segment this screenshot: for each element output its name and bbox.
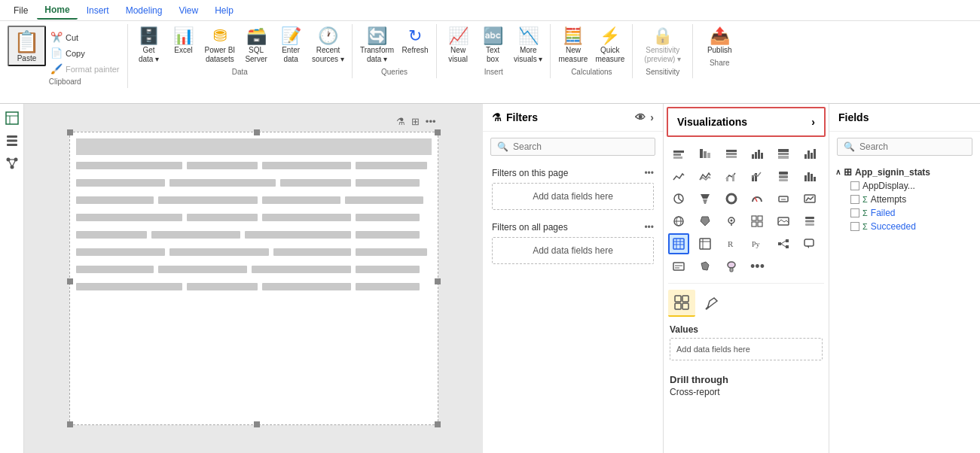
add-fields-all-pages[interactable]: Add data fields here xyxy=(492,237,654,264)
menu-insert[interactable]: Insert xyxy=(79,2,117,19)
quick-measure-button[interactable]: ⚡ Quickmeasure xyxy=(592,26,627,66)
viz-card[interactable] xyxy=(773,188,794,209)
viz-scatter[interactable] xyxy=(799,166,820,187)
canvas-fit-button[interactable]: ⊞ xyxy=(410,114,421,129)
fields-field-row-2[interactable]: Σ Failed xyxy=(847,206,974,220)
fields-checkbox-3[interactable] xyxy=(850,222,859,231)
viz-table[interactable] xyxy=(668,233,689,254)
viz-stacked-bar[interactable] xyxy=(668,143,689,164)
fields-search-box[interactable]: 🔍 xyxy=(837,138,972,156)
viz-area2[interactable] xyxy=(695,166,716,187)
resize-handle-b[interactable] xyxy=(254,421,260,427)
filters-search-box[interactable]: 🔍 xyxy=(490,138,655,156)
viz-image[interactable] xyxy=(773,211,794,232)
viz-decomp-tree[interactable] xyxy=(773,233,794,254)
paste-button[interactable]: 📋 Paste xyxy=(8,26,46,66)
fields-table-header[interactable]: ∧ ⊞ App_signin_stats xyxy=(835,165,974,179)
power-bi-button[interactable]: ⛃ Power BIdatasets xyxy=(202,26,239,66)
viz-paint[interactable] xyxy=(721,256,742,277)
viz-build-button[interactable] xyxy=(668,290,695,317)
viz-q-and-a[interactable] xyxy=(799,233,820,254)
viz-slicer[interactable] xyxy=(799,211,820,232)
filters-all-pages-more[interactable]: ••• xyxy=(644,222,654,233)
cut-button[interactable]: ✂️ Cut xyxy=(47,30,123,44)
viz-gauge[interactable] xyxy=(746,188,768,209)
viz-combo[interactable] xyxy=(746,166,768,187)
resize-handle-br[interactable] xyxy=(435,421,441,427)
viz-format-button[interactable] xyxy=(698,290,725,317)
viz-funnel[interactable] xyxy=(695,188,716,209)
fields-checkbox-2[interactable] xyxy=(850,208,859,217)
fields-checkbox-0[interactable] xyxy=(850,181,859,190)
viz-map[interactable] xyxy=(668,211,689,232)
viz-bar-chart[interactable] xyxy=(746,143,768,164)
sidebar-icon-data[interactable] xyxy=(2,131,22,150)
resize-handle-r[interactable] xyxy=(435,278,441,284)
canvas-filter-button[interactable]: ⚗ xyxy=(395,114,407,129)
viz-area-chart[interactable] xyxy=(668,166,689,187)
viz-pie[interactable] xyxy=(668,188,689,209)
add-fields-this-page[interactable]: Add data fields here xyxy=(492,183,654,210)
excel-button[interactable]: 📊 Excel xyxy=(167,26,200,57)
copy-button[interactable]: 📄 Copy xyxy=(47,46,123,60)
viz-100-bar[interactable] xyxy=(721,143,742,164)
recent-sources-button[interactable]: 🕐 Recentsources ▾ xyxy=(309,26,347,66)
menu-file[interactable]: File xyxy=(6,2,35,19)
sensitivity-button[interactable]: 🔒 Sensitivity(preview) ▾ xyxy=(641,26,684,66)
viz-matrix2[interactable] xyxy=(695,233,716,254)
menu-view[interactable]: View xyxy=(171,2,206,19)
menu-home[interactable]: Home xyxy=(37,2,77,20)
resize-handle-t[interactable] xyxy=(254,129,260,135)
filters-this-page-more[interactable]: ••• xyxy=(644,168,654,178)
sql-server-button[interactable]: 🗃️ SQLServer xyxy=(240,26,273,66)
publish-button[interactable]: 📤 Publish xyxy=(703,26,736,57)
resize-handle-l[interactable] xyxy=(67,278,73,284)
canvas-area[interactable]: ⚗ ⊞ ••• xyxy=(24,104,483,453)
filters-eye-icon[interactable]: 👁 xyxy=(635,111,646,123)
new-visual-button[interactable]: 📈 Newvisual xyxy=(441,26,475,66)
resize-handle-tl[interactable] xyxy=(67,129,73,135)
filters-search-input[interactable] xyxy=(513,141,649,152)
viz-shape-map[interactable] xyxy=(695,256,716,277)
svg-rect-31 xyxy=(814,149,816,159)
viz-expand-icon[interactable]: › xyxy=(811,116,815,128)
filters-arrow-icon[interactable]: › xyxy=(650,111,654,123)
viz-clustered-bar[interactable] xyxy=(695,143,716,164)
fields-search-input[interactable] xyxy=(859,141,966,152)
values-drop-box[interactable]: Add data fields here xyxy=(670,338,823,360)
viz-filled-map[interactable] xyxy=(695,211,716,232)
get-data-button[interactable]: 🗄️ Getdata ▾ xyxy=(133,26,166,66)
resize-handle-tr[interactable] xyxy=(435,129,441,135)
viz-smart-narrative[interactable] xyxy=(668,256,689,277)
more-visuals-button[interactable]: 📉 Morevisuals ▾ xyxy=(511,26,545,66)
viz-more[interactable]: ••• xyxy=(746,256,768,277)
format-painter-button[interactable]: 🖌️ Format painter xyxy=(47,62,123,76)
viz-stacked-col[interactable] xyxy=(773,143,794,164)
fields-field-row-3[interactable]: Σ Succeeded xyxy=(847,220,974,233)
refresh-button[interactable]: ↻ Refresh xyxy=(398,26,432,57)
viz-line-chart[interactable] xyxy=(799,143,820,164)
viz-matrix[interactable] xyxy=(746,211,768,232)
fields-field-row-0[interactable]: AppDisplay... xyxy=(847,179,974,193)
resize-handle-bl[interactable] xyxy=(67,421,73,427)
canvas-more-button[interactable]: ••• xyxy=(424,114,438,129)
text-box-button[interactable]: 🔤 Textbox xyxy=(476,26,509,66)
sidebar-icon-report[interactable] xyxy=(2,108,22,128)
sidebar-icon-model[interactable] xyxy=(2,154,22,173)
menu-help[interactable]: Help xyxy=(207,2,241,19)
viz-donut[interactable] xyxy=(721,188,742,209)
viz-line2[interactable] xyxy=(721,166,742,187)
canvas-frame[interactable]: ⚗ ⊞ ••• xyxy=(69,132,438,425)
svg-rect-12 xyxy=(673,150,684,153)
new-measure-button[interactable]: 🧮 Newmeasure xyxy=(555,26,591,66)
viz-python[interactable]: Py xyxy=(746,233,768,254)
fields-checkbox-1[interactable] xyxy=(850,195,859,204)
fields-field-row-1[interactable]: Σ Attempts xyxy=(847,193,974,206)
transform-button[interactable]: 🔄 Transformdata ▾ xyxy=(357,26,397,66)
enter-data-button[interactable]: 📝 Enterdata xyxy=(274,26,307,66)
viz-ribbon[interactable] xyxy=(773,166,794,187)
viz-r-visual[interactable]: R xyxy=(721,233,742,254)
menu-modeling[interactable]: Modeling xyxy=(118,2,170,19)
viz-azure-map[interactable] xyxy=(721,211,742,232)
viz-kpi[interactable] xyxy=(799,188,820,209)
